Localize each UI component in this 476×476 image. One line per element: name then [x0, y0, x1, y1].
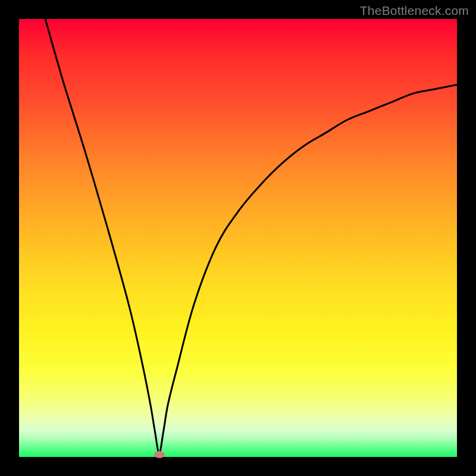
- plot-area: [19, 19, 457, 457]
- watermark-text: TheBottleneck.com: [360, 4, 469, 18]
- chart-frame: TheBottleneck.com: [0, 0, 476, 476]
- bottleneck-curve: [19, 19, 457, 457]
- min-marker: [154, 451, 165, 458]
